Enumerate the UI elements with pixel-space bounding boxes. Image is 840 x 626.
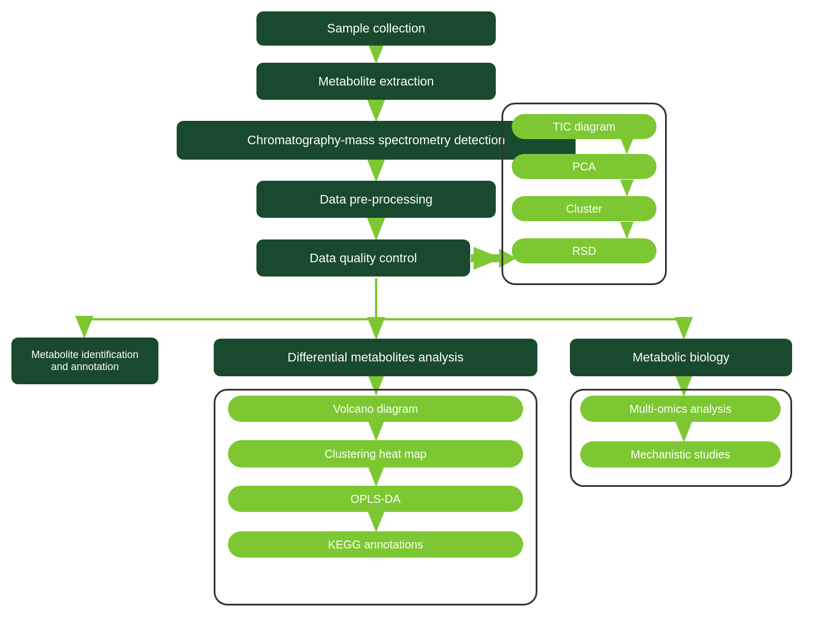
multi-omics-box: Multi-omics analysis — [580, 396, 781, 422]
metabolite-extraction-box: Metabolite extraction — [256, 63, 496, 100]
kegg-box: KEGG annotations — [228, 531, 523, 558]
data-preprocessing-box: Data pre-processing — [256, 181, 496, 218]
rsd-box: RSD — [512, 238, 656, 263]
pca-box: PCA — [512, 154, 656, 179]
volcano-box: Volcano diagram — [228, 396, 523, 422]
metabolite-id-box: Metabolite identification and annotation — [11, 338, 158, 384]
cluster-box: Cluster — [512, 196, 656, 221]
tic-box: TIC diagram — [512, 114, 656, 139]
flowchart: Sample collection Metabolite extraction … — [0, 0, 840, 626]
clustering-heat-box: Clustering heat map — [228, 440, 523, 468]
differential-box: Differential metabolites analysis — [214, 339, 537, 376]
mechanistic-box: Mechanistic studies — [580, 441, 781, 468]
sample-collection-box: Sample collection — [256, 11, 496, 46]
metabolic-biology-box: Metabolic biology — [570, 339, 792, 376]
data-quality-box: Data quality control — [256, 239, 470, 277]
opls-da-box: OPLS-DA — [228, 486, 523, 512]
